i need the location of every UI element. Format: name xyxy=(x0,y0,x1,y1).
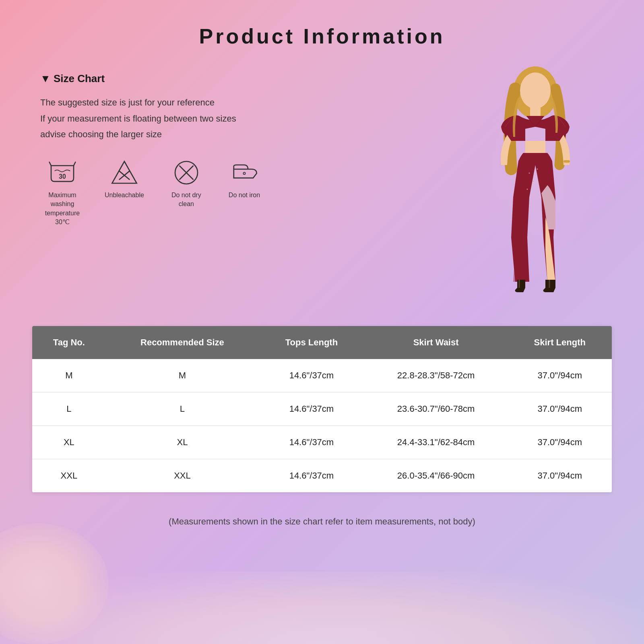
no-bleach-label: Unbleachable xyxy=(105,191,144,200)
care-icons-container: 30 Maximum washing temperature 30℃ Unble… xyxy=(40,159,427,227)
page-container: Product Information ▼ Size Chart The sug… xyxy=(0,0,644,644)
col-header-recommended: Recommended Size xyxy=(106,326,259,359)
table-cell-1-3: 23.6-30.7"/60-78cm xyxy=(364,392,508,426)
table-cell-1-4: 37.0"/94cm xyxy=(508,392,612,426)
table-cell-1-0: L xyxy=(32,392,106,426)
size-chart-title: ▼ Size Chart xyxy=(40,72,105,85)
table-cell-0-1: M xyxy=(106,359,259,392)
size-table: Tag No. Recommended Size Tops Length Ski… xyxy=(32,326,612,492)
model-figure xyxy=(459,56,612,306)
no-bleach-icon xyxy=(110,159,138,187)
svg-point-15 xyxy=(527,189,528,190)
table-cell-3-3: 26.0-35.4"/66-90cm xyxy=(364,459,508,493)
svg-point-10 xyxy=(520,72,551,109)
table-header-row: Tag No. Recommended Size Tops Length Ski… xyxy=(32,326,612,359)
svg-marker-1 xyxy=(112,161,136,183)
left-content: ▼ Size Chart The suggested size is just … xyxy=(32,72,427,306)
table-cell-2-0: XL xyxy=(32,426,106,459)
size-table-container: Tag No. Recommended Size Tops Length Ski… xyxy=(32,326,612,492)
col-header-tops-length: Tops Length xyxy=(259,326,364,359)
wash-icon: 30 xyxy=(48,159,76,187)
size-chart-line-3: advise choosing the larger size xyxy=(40,126,427,142)
model-image-area xyxy=(443,72,612,306)
svg-rect-17 xyxy=(564,160,570,163)
rug-decoration-bottom xyxy=(0,572,644,644)
table-cell-3-1: XXL xyxy=(106,459,259,493)
table-cell-0-2: 14.6"/37cm xyxy=(259,359,364,392)
table-cell-2-2: 14.6"/37cm xyxy=(259,426,364,459)
table-cell-3-4: 37.0"/94cm xyxy=(508,459,612,493)
table-row: XXLXXL14.6"/37cm26.0-35.4"/66-90cm37.0"/… xyxy=(32,459,612,493)
svg-point-12 xyxy=(529,173,530,174)
table-cell-0-0: M xyxy=(32,359,106,392)
svg-point-14 xyxy=(537,169,538,170)
svg-point-13 xyxy=(533,181,534,182)
no-iron-icon xyxy=(230,159,258,187)
wash-label: Maximum washing temperature 30℃ xyxy=(40,191,85,227)
table-cell-0-4: 37.0"/94cm xyxy=(508,359,612,392)
col-header-tag: Tag No. xyxy=(32,326,106,359)
table-row: XLXL14.6"/37cm24.4-33.1"/62-84cm37.0"/94… xyxy=(32,426,612,459)
table-cell-1-2: 14.6"/37cm xyxy=(259,392,364,426)
svg-point-16 xyxy=(539,197,540,198)
table-cell-0-3: 22.8-28.3"/58-72cm xyxy=(364,359,508,392)
size-chart-text: The suggested size is just for your refe… xyxy=(40,95,427,142)
table-cell-2-3: 24.4-33.1"/62-84cm xyxy=(364,426,508,459)
table-cell-3-2: 14.6"/37cm xyxy=(259,459,364,493)
col-header-skirt-waist: Skirt Waist xyxy=(364,326,508,359)
top-section: ▼ Size Chart The suggested size is just … xyxy=(32,72,612,306)
col-header-skirt-length: Skirt Length xyxy=(508,326,612,359)
size-chart-line-1: The suggested size is just for your refe… xyxy=(40,95,427,111)
model-svg xyxy=(467,56,604,306)
footer-note: (Measurements shown in the size chart re… xyxy=(32,508,612,535)
page-title: Product Information xyxy=(32,16,612,48)
size-chart-header: ▼ Size Chart xyxy=(40,72,427,85)
no-dry-clean-label: Do not dry clean xyxy=(164,191,208,209)
care-icon-no-dry-clean: Do not dry clean xyxy=(164,159,208,209)
table-row: MM14.6"/37cm22.8-28.3"/58-72cm37.0"/94cm xyxy=(32,359,612,392)
care-icon-no-bleach: Unbleachable xyxy=(105,159,144,200)
table-cell-2-1: XL xyxy=(106,426,259,459)
svg-point-7 xyxy=(243,172,245,174)
size-chart-line-2: If your measurement is floating between … xyxy=(40,111,427,127)
svg-text:30: 30 xyxy=(59,173,66,180)
care-icon-wash: 30 Maximum washing temperature 30℃ xyxy=(40,159,85,227)
care-icon-no-iron: Do not iron xyxy=(229,159,260,200)
no-dry-clean-icon xyxy=(172,159,200,187)
no-iron-label: Do not iron xyxy=(229,191,260,200)
table-cell-3-0: XXL xyxy=(32,459,106,493)
table-row: LL14.6"/37cm23.6-30.7"/60-78cm37.0"/94cm xyxy=(32,392,612,426)
table-cell-1-1: L xyxy=(106,392,259,426)
svg-rect-11 xyxy=(530,104,541,116)
table-cell-2-4: 37.0"/94cm xyxy=(508,426,612,459)
